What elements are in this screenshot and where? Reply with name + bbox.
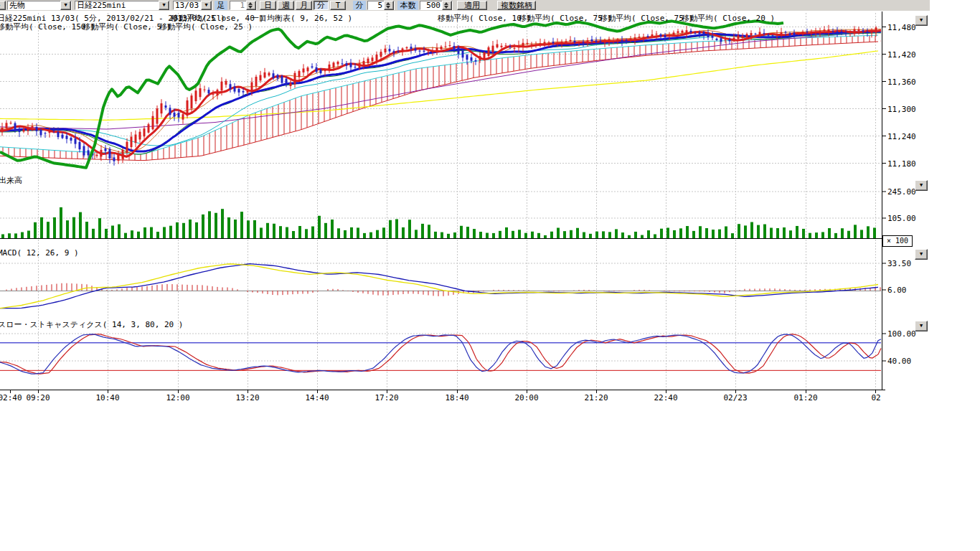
multi-symbol-button[interactable]: 複数銘柄 — [497, 1, 536, 10]
legend-item: 移動平均( Close, 150 ) — [0, 22, 95, 32]
stochastics-pane — [0, 334, 881, 375]
chevron-down-icon[interactable]: ▼ — [201, 1, 212, 10]
contract-month-combo[interactable]: 13/03 ▼ — [173, 1, 212, 10]
y-axis-tick-label: 100.00 — [887, 329, 916, 339]
minute-value: 5 — [368, 1, 384, 9]
volume-pane-title: 出来高 — [0, 176, 22, 185]
spinner-buttons[interactable] — [384, 1, 394, 10]
y-axis-tick-label: 11,180 — [887, 159, 916, 169]
x-axis-tick-label: 10:40 — [92, 393, 123, 402]
instrument-type-combo[interactable]: 先物 ▼ — [7, 1, 72, 10]
y-axis-tick-label: 6.00 — [887, 286, 907, 295]
x-axis-labels: 02:4009:2010:4012:0013:2014:4017:2018:40… — [0, 393, 882, 403]
spinner-buttons[interactable] — [442, 1, 452, 10]
symbol-combo[interactable]: 日経225mini ▼ — [75, 1, 170, 10]
spin-down-icon — [444, 6, 448, 9]
x-axis-tick-label: 13:20 — [232, 393, 263, 402]
x-axis-tick-label: 18:40 — [441, 393, 473, 402]
contract-month-value: 13/03 — [174, 1, 201, 9]
macd-pane-title: MACD( 12, 26, 9 ) — [0, 249, 79, 258]
legend-item: 移動平均( Close, 75 ) — [519, 13, 612, 24]
bar-label: 足 — [215, 1, 227, 10]
y-axis-tick-label: 11,360 — [887, 77, 916, 87]
bar-interval-value: 1 — [230, 1, 246, 9]
x-axis-tick-label: 14:40 — [301, 393, 333, 402]
y-axis-tick-label: 33.50 — [887, 259, 911, 268]
spin-down-icon — [248, 6, 253, 9]
x-axis-tick-label: 02/23 — [720, 393, 751, 402]
macd-pane — [0, 264, 881, 309]
spinner-buttons[interactable] — [246, 1, 256, 10]
stoch-k-line — [0, 334, 881, 374]
y-axis-tick-label: 11,480 — [887, 23, 916, 32]
x-axis-tick-label: 22:40 — [650, 393, 682, 402]
chevron-down-icon[interactable]: ▼ — [159, 1, 169, 10]
y-axis-tick-label: 11,300 — [887, 105, 916, 114]
pane-indicator-dropdown-button[interactable]: ▼ — [915, 180, 928, 191]
stochastics-pane-title: スロー・ストキャスティクス( 14, 3, 80, 20 ) — [0, 321, 183, 329]
spin-up-icon — [248, 2, 253, 5]
bar-interval-spinner[interactable]: 1 — [230, 1, 257, 10]
spin-up-icon — [386, 2, 390, 5]
symbol-value: 日経225mini — [75, 1, 159, 9]
x-axis-tick-label: 01:20 — [790, 393, 821, 402]
pane-indicator-dropdown-button[interactable]: ▼ — [915, 15, 928, 26]
period-daily-button[interactable]: 日 — [260, 1, 276, 10]
volume-multiplier-box: × 100 — [882, 235, 913, 247]
x-axis-tick-label: 20:00 — [511, 393, 542, 402]
legend-item: 一目均衡表( 9, 26, 52 ) — [251, 13, 352, 24]
legend-item: 移動平均( Close, 10 ) — [438, 13, 531, 24]
y-axis-tick-label: 11,420 — [887, 50, 916, 60]
minute-spinner[interactable]: 5 — [367, 1, 395, 10]
clipped-combo-button[interactable]: ▼ — [0, 1, 6, 10]
macd-line — [0, 264, 878, 309]
x-axis-tick-label: 12:00 — [162, 393, 194, 402]
chevron-down-icon[interactable]: ▼ — [60, 1, 71, 10]
spin-up-icon — [444, 2, 448, 5]
bar-count-spinner[interactable]: 500 — [420, 1, 453, 10]
period-tick-button[interactable]: T — [330, 1, 346, 10]
legend-item: 移動平均( Close, 5 ) — [83, 22, 171, 32]
minute-label: 分 — [353, 1, 366, 10]
y-axis-tick-label: 11,240 — [887, 132, 916, 141]
bar-count-label: 本数 — [397, 1, 418, 10]
x-axis-tick-label: 02 — [860, 393, 882, 402]
y-axis-tick-label: 40.00 — [887, 357, 911, 366]
pane-indicator-dropdown-button[interactable]: ▼ — [915, 321, 928, 331]
period-minute-button[interactable]: 分 — [314, 1, 329, 10]
spin-down-icon — [386, 6, 390, 9]
macd-signal-line — [0, 264, 878, 309]
chart-application-window: ▼ 先物 ▼ 日経225mini ▼ 13/03 ▼ 足 1 日 週 月 分 T… — [0, 0, 980, 551]
chart-canvas — [0, 0, 980, 551]
x-axis-tick-label: 21:20 — [580, 393, 612, 402]
period-monthly-button[interactable]: 月 — [296, 1, 312, 10]
bar-count-value: 500 — [420, 1, 442, 9]
y-axis-tick-label: 105.00 — [887, 214, 916, 223]
legend-item: 移動平均( Close, 25 ) — [159, 22, 253, 32]
pane-indicator-dropdown-button[interactable]: ▼ — [915, 249, 928, 260]
ma40-thick-blue-line — [0, 32, 881, 151]
legend-item: 移動平均( Close, 20 ) — [682, 13, 775, 24]
instrument-type-value: 先物 — [8, 1, 60, 9]
y-axis-tick-label: 245.00 — [887, 187, 916, 197]
legend-item: 移動平均( Close, 75 ) — [600, 13, 693, 24]
apply-button[interactable]: 適用 — [457, 1, 487, 10]
toolbar: ▼ 先物 ▼ 日経225mini ▼ 13/03 ▼ 足 1 日 週 月 分 T… — [0, 0, 930, 11]
macd-histogram — [6, 283, 880, 296]
stoch-d-line — [0, 334, 881, 375]
x-axis-tick-label: 17:20 — [371, 393, 402, 402]
x-axis-tick-label: 09:20 — [22, 393, 54, 402]
volume-bars — [1, 207, 876, 238]
period-weekly-button[interactable]: 週 — [278, 1, 294, 10]
